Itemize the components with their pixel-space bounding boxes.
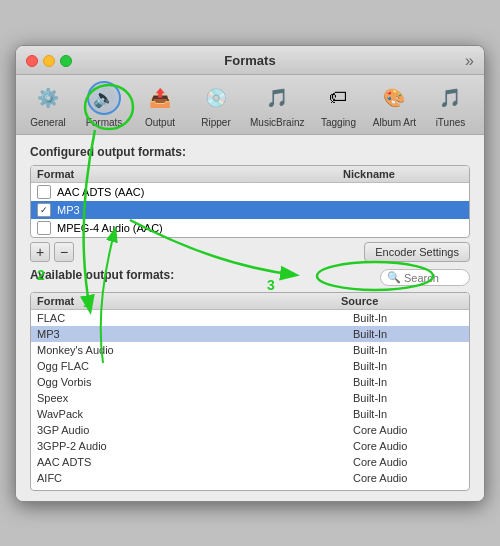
- toolbar-tagging[interactable]: 🏷 Tagging: [316, 81, 360, 128]
- main-window: Formats » ⚙️ General 🔊 Formats 📤 Output …: [15, 45, 485, 502]
- output-label: Output: [145, 117, 175, 128]
- toolbar-itunes[interactable]: 🎵 iTunes: [428, 81, 472, 128]
- checkbox-2[interactable]: [37, 221, 51, 235]
- avail-format-8: 3GPP-2 Audio: [37, 440, 353, 452]
- avail-format-6: WavPack: [37, 408, 353, 420]
- minimize-button[interactable]: [43, 55, 55, 67]
- musicbrainz-icon: 🎵: [260, 81, 294, 115]
- toolbar-output[interactable]: 📤 Output: [138, 81, 182, 128]
- expand-button[interactable]: »: [465, 52, 474, 70]
- available-header: Available output formats: 🔍: [30, 268, 470, 288]
- toolbar-ripper[interactable]: 💿 Ripper: [194, 81, 238, 128]
- avail-format-3: Ogg FLAC: [37, 360, 353, 372]
- ripper-label: Ripper: [201, 117, 230, 128]
- configured-row-0[interactable]: AAC ADTS (AAC): [31, 183, 469, 201]
- configured-table-header: Format Nickname: [31, 166, 469, 183]
- avail-row-1[interactable]: MP3 Built-In: [31, 326, 469, 342]
- avail-row-11[interactable]: AIFF Core Audio: [31, 486, 469, 490]
- configured-row-2[interactable]: MPEG-4 Audio (AAC): [31, 219, 469, 237]
- avail-row-7[interactable]: 3GP Audio Core Audio: [31, 422, 469, 438]
- avail-format-5: Speex: [37, 392, 353, 404]
- checkbox-0[interactable]: [37, 185, 51, 199]
- itunes-icon: 🎵: [433, 81, 467, 115]
- toolbar-album-art[interactable]: 🎨 Album Art: [372, 81, 416, 128]
- toolbar-general[interactable]: ⚙️ General: [26, 81, 70, 128]
- avail-source-11: Core Audio: [353, 488, 463, 490]
- formats-icon: 🔊: [87, 81, 121, 115]
- avail-source-8: Core Audio: [353, 440, 463, 452]
- search-input[interactable]: [404, 272, 464, 284]
- avail-row-4[interactable]: Ogg Vorbis Built-In: [31, 374, 469, 390]
- avail-format-11: AIFF: [37, 488, 353, 490]
- configured-table: Format Nickname AAC ADTS (AAC) ✓ MP3 MPE…: [30, 165, 470, 238]
- title-bar: Formats »: [16, 46, 484, 75]
- available-table-header: Format Source: [31, 293, 469, 310]
- avail-source-5: Built-In: [353, 392, 463, 404]
- formats-label: Formats: [86, 117, 123, 128]
- general-icon: ⚙️: [31, 81, 65, 115]
- album-art-label: Album Art: [373, 117, 416, 128]
- table-controls: + − Encoder Settings: [30, 242, 470, 262]
- window-title: Formats: [224, 53, 275, 68]
- avail-row-2[interactable]: Monkey's Audio Built-In: [31, 342, 469, 358]
- tagging-icon: 🏷: [321, 81, 355, 115]
- search-box[interactable]: 🔍: [380, 269, 470, 286]
- musicbrainz-label: MusicBrainz: [250, 117, 304, 128]
- avail-format-0: FLAC: [37, 312, 353, 324]
- configured-label: Configured output formats:: [30, 145, 470, 159]
- general-label: General: [30, 117, 66, 128]
- traffic-lights: [26, 55, 72, 67]
- avail-source-10: Core Audio: [353, 472, 463, 484]
- configured-col-format: Format: [37, 168, 343, 180]
- avail-source-3: Built-In: [353, 360, 463, 372]
- scroll-spacer: [451, 295, 463, 307]
- close-button[interactable]: [26, 55, 38, 67]
- avail-format-10: AIFC: [37, 472, 353, 484]
- avail-row-5[interactable]: Speex Built-In: [31, 390, 469, 406]
- checkbox-1[interactable]: ✓: [37, 203, 51, 217]
- itunes-label: iTunes: [436, 117, 466, 128]
- avail-source-9: Core Audio: [353, 456, 463, 468]
- row-format-1: MP3: [57, 204, 343, 216]
- avail-row-6[interactable]: WavPack Built-In: [31, 406, 469, 422]
- toolbar-formats[interactable]: 🔊 Formats: [82, 81, 126, 128]
- avail-source-7: Core Audio: [353, 424, 463, 436]
- available-table-wrapper: Format Source FLAC Built-In MP3 Built-In…: [30, 292, 470, 491]
- avail-format-7: 3GP Audio: [37, 424, 353, 436]
- avail-format-4: Ogg Vorbis: [37, 376, 353, 388]
- avail-row-9[interactable]: AAC ADTS Core Audio: [31, 454, 469, 470]
- available-table: Format Source FLAC Built-In MP3 Built-In…: [30, 292, 470, 491]
- avail-row-8[interactable]: 3GPP-2 Audio Core Audio: [31, 438, 469, 454]
- avail-col-source-header: Source: [341, 295, 451, 307]
- row-format-2: MPEG-4 Audio (AAC): [57, 222, 343, 234]
- avail-row-10[interactable]: AIFC Core Audio: [31, 470, 469, 486]
- add-format-button[interactable]: +: [30, 242, 50, 262]
- ripper-icon: 💿: [199, 81, 233, 115]
- search-icon: 🔍: [387, 271, 401, 284]
- configured-row-1[interactable]: ✓ MP3: [31, 201, 469, 219]
- avail-source-4: Built-In: [353, 376, 463, 388]
- avail-source-2: Built-In: [353, 344, 463, 356]
- avail-row-0[interactable]: FLAC Built-In: [31, 310, 469, 326]
- avail-format-2: Monkey's Audio: [37, 344, 353, 356]
- configured-col-nickname: Nickname: [343, 168, 463, 180]
- encoder-settings-button[interactable]: Encoder Settings: [364, 242, 470, 262]
- avail-col-format-header: Format: [37, 295, 341, 307]
- toolbar: ⚙️ General 🔊 Formats 📤 Output 💿 Ripper 🎵…: [16, 75, 484, 135]
- output-icon: 📤: [143, 81, 177, 115]
- remove-format-button[interactable]: −: [54, 242, 74, 262]
- content-area: Configured output formats: Format Nickna…: [16, 135, 484, 501]
- avail-source-1: Built-In: [353, 328, 463, 340]
- available-section: Available output formats: 🔍 Format Sourc…: [30, 268, 470, 491]
- avail-source-0: Built-In: [353, 312, 463, 324]
- avail-format-1: MP3: [37, 328, 353, 340]
- toolbar-musicbrainz[interactable]: 🎵 MusicBrainz: [250, 81, 304, 128]
- row-format-0: AAC ADTS (AAC): [57, 186, 343, 198]
- avail-row-3[interactable]: Ogg FLAC Built-In: [31, 358, 469, 374]
- tagging-label: Tagging: [321, 117, 356, 128]
- avail-format-9: AAC ADTS: [37, 456, 353, 468]
- maximize-button[interactable]: [60, 55, 72, 67]
- available-table-body[interactable]: FLAC Built-In MP3 Built-In Monkey's Audi…: [31, 310, 469, 490]
- avail-source-6: Built-In: [353, 408, 463, 420]
- album-art-icon: 🎨: [377, 81, 411, 115]
